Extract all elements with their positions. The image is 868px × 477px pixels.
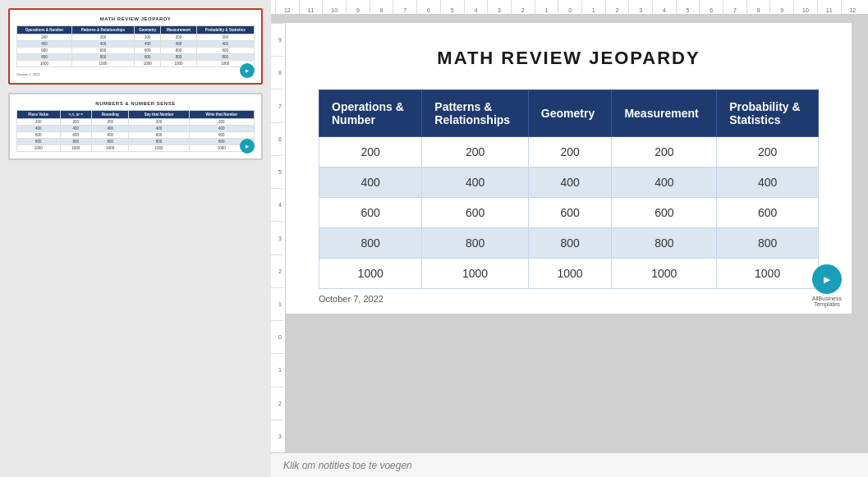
- col-header-4: Measurement: [612, 90, 717, 137]
- notes-hint[interactable]: Klik om notities toe te voegen: [283, 460, 412, 471]
- thumb-table-1: Operations & Number Patterns & Relations…: [16, 25, 255, 67]
- slide-content: MATH REVIEW JEOPARDY Operations &Number …: [286, 23, 852, 314]
- thumb-logo-2: ▶: [240, 139, 255, 154]
- slide-area: 9 8 7 6 5 4 3 2 1 0 1 2 3 MATH REVIEW JE…: [271, 15, 868, 452]
- jeopardy-table: Operations &Number Patterns &Relationshi…: [319, 89, 819, 289]
- main-panel: 12 11 10 9 8 7 6 5 4 3 2 1 0 1 2 3 4 5 6…: [271, 0, 868, 477]
- table-row: 1000 1000 1000 1000 1000: [319, 259, 819, 289]
- col-header-2: Patterns &Relationships: [422, 90, 528, 137]
- slide-thumb-2[interactable]: 2 NUMBERS & NUMBER SENSE Place Value >,<…: [8, 93, 263, 160]
- thumb-date-1: October 7, 2022: [16, 72, 255, 76]
- logo-icon: ▶: [812, 264, 842, 294]
- table-row: 200 200 200 200 200: [319, 137, 819, 167]
- logo-icon-small-2: ▶: [240, 139, 255, 154]
- logo-icon-small-1: ▶: [240, 63, 255, 78]
- bottom-bar[interactable]: Klik om notities toe te voegen: [271, 452, 868, 477]
- slide-logo: ▶ AllBusinessTemplates: [812, 264, 842, 307]
- table-header-row: Operations &Number Patterns &Relationshi…: [319, 90, 819, 137]
- col-header-1: Operations &Number: [319, 90, 422, 137]
- thumb-title-2: NUMBERS & NUMBER SENSE: [16, 101, 255, 106]
- table-row: 600 600 600 600 600: [319, 198, 819, 228]
- ruler-marks: 12 11 10 9 8 7 6 5 4 3 2 1 0 1 2 3 4 5 6…: [275, 0, 864, 15]
- thumb-title-1: MATH REVIEW JEOPARDY: [16, 16, 255, 21]
- table-row: 800 800 800 800 800: [319, 228, 819, 259]
- slides-panel: 1 MATH REVIEW JEOPARDY Operations & Numb…: [0, 0, 271, 477]
- slide-main-title: MATH REVIEW JEOPARDY: [437, 48, 700, 69]
- vertical-ruler: 9 8 7 6 5 4 3 2 1 0 1 2 3: [271, 23, 286, 452]
- table-row: 400 400 400 400 400: [319, 167, 819, 198]
- slide-footer-date: October 7, 2022: [319, 294, 383, 304]
- col-header-3: Geometry: [528, 90, 612, 137]
- slide-thumb-1[interactable]: 1 MATH REVIEW JEOPARDY Operations & Numb…: [8, 8, 263, 85]
- horizontal-ruler: 12 11 10 9 8 7 6 5 4 3 2 1 0 1 2 3 4 5 6…: [271, 0, 868, 15]
- logo-label: AllBusinessTemplates: [812, 296, 842, 307]
- col-header-5: Probability &Statistics: [717, 90, 819, 137]
- thumb-table-2: Place Value >,<, or = Rounding Say that …: [16, 110, 255, 152]
- thumb-logo-1: ▶: [240, 63, 255, 78]
